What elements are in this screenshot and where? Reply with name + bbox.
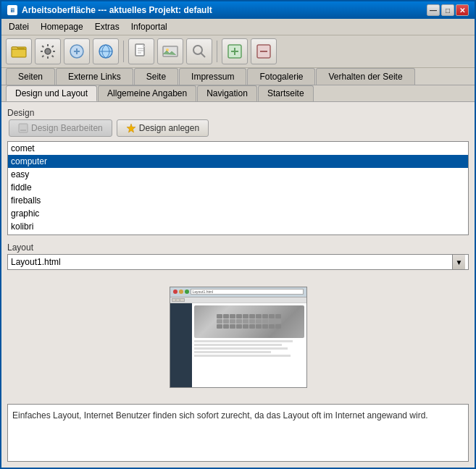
toolbar-sep2 bbox=[217, 41, 217, 62]
design-edit-label: Design Bearbeiten bbox=[31, 123, 103, 133]
tab-seite[interactable]: Seite bbox=[134, 68, 178, 85]
minus-btn[interactable] bbox=[251, 38, 277, 64]
title-bar: 🖥 Arbeitsoberfläche --- aktuelles Projek… bbox=[1, 1, 475, 19]
layout-label: Layout bbox=[7, 242, 469, 253]
tab-fotogalerie[interactable]: Fotogalerie bbox=[247, 68, 315, 85]
design-new-label: Design anlegen bbox=[139, 123, 199, 133]
minimize-button[interactable]: — bbox=[427, 4, 440, 16]
layout-dropdown[interactable]: Layout1.html ▼ bbox=[7, 254, 469, 270]
toolbar-sep1 bbox=[123, 41, 124, 62]
open-folder-btn[interactable] bbox=[6, 38, 32, 64]
layout-section: Layout Layout1.html ▼ bbox=[7, 242, 469, 270]
content-area: Design Design Bearbeiten Design anlegen bbox=[1, 101, 475, 468]
maximize-button[interactable]: □ bbox=[441, 4, 454, 16]
tab-design-layout[interactable]: Design und Layout bbox=[6, 85, 97, 101]
search-btn[interactable] bbox=[186, 38, 212, 64]
description-text: Einfaches Layout, Internet Benutzer find… bbox=[12, 410, 428, 421]
list-item-comet[interactable]: comet bbox=[8, 142, 468, 155]
tab-impressum[interactable]: Impressum bbox=[179, 68, 246, 85]
layout-selected: Layout1.html bbox=[11, 257, 452, 267]
globe-btn[interactable] bbox=[93, 38, 119, 64]
list-item-graphic[interactable]: graphic bbox=[8, 207, 468, 220]
svg-rect-17 bbox=[19, 124, 28, 132]
tabs-row1: Seiten Externe Links Seite Impressum Fot… bbox=[1, 68, 475, 85]
tab-navigation[interactable]: Navigation bbox=[197, 85, 257, 101]
layout-dropdown-arrow[interactable]: ▼ bbox=[452, 255, 465, 269]
menubar: Datei Homepage Extras Infoportal bbox=[1, 19, 475, 35]
list-item-linux[interactable]: linux bbox=[8, 233, 468, 235]
design-edit-button[interactable]: Design Bearbeiten bbox=[9, 119, 112, 137]
window-title: Arbeitsoberfläche --- aktuelles Projekt:… bbox=[22, 5, 212, 15]
window-icon: 🖥 bbox=[7, 5, 17, 15]
svg-point-1 bbox=[45, 48, 51, 54]
settings-btn[interactable] bbox=[35, 38, 61, 64]
tab-allgemeine-angaben[interactable]: Allgemeine Angaben bbox=[98, 85, 196, 101]
image-btn[interactable] bbox=[157, 38, 183, 64]
title-bar-buttons: — □ ✕ bbox=[427, 4, 469, 16]
tools-btn[interactable] bbox=[64, 38, 90, 64]
list-item-easy[interactable]: easy bbox=[8, 168, 468, 181]
title-bar-left: 🖥 Arbeitsoberfläche --- aktuelles Projek… bbox=[7, 5, 212, 15]
toolbar bbox=[1, 35, 475, 68]
tab-verhalten[interactable]: Verhalten der Seite bbox=[316, 68, 414, 85]
tab-startseite[interactable]: Startseite bbox=[258, 85, 314, 101]
tab-seiten[interactable]: Seiten bbox=[6, 68, 55, 85]
svg-line-11 bbox=[201, 54, 206, 58]
menu-extras[interactable]: Extras bbox=[91, 20, 124, 33]
add-btn[interactable] bbox=[222, 38, 248, 64]
design-section: Design Design Bearbeiten Design anlegen bbox=[7, 108, 469, 235]
main-window: 🖥 Arbeitsoberfläche --- aktuelles Projek… bbox=[0, 0, 476, 469]
close-button[interactable]: ✕ bbox=[456, 4, 469, 16]
tabs-row2: Design und Layout Allgemeine Angaben Nav… bbox=[1, 85, 475, 101]
description-box: Einfaches Layout, Internet Benutzer find… bbox=[7, 404, 469, 462]
preview-frame: Layout1.html ← → bbox=[170, 287, 307, 388]
preview-area: Layout1.html ← → bbox=[7, 276, 469, 398]
menu-homepage[interactable]: Homepage bbox=[36, 20, 88, 33]
list-item-computer[interactable]: computer bbox=[8, 155, 468, 168]
design-new-button[interactable]: Design anlegen bbox=[117, 119, 209, 137]
svg-marker-19 bbox=[127, 124, 135, 132]
menu-datei[interactable]: Datei bbox=[4, 20, 33, 33]
menu-infoportal[interactable]: Infoportal bbox=[127, 20, 172, 33]
design-label: Design bbox=[7, 108, 469, 118]
star-icon bbox=[126, 123, 136, 133]
design-listbox[interactable]: comet computer easy fiddle fireballs gra… bbox=[7, 141, 469, 235]
edit-icon bbox=[18, 123, 28, 133]
svg-point-10 bbox=[193, 46, 202, 54]
list-item-kolibri[interactable]: kolibri bbox=[8, 220, 468, 233]
list-item-fiddle[interactable]: fiddle bbox=[8, 181, 468, 194]
new-page-btn[interactable] bbox=[128, 38, 154, 64]
tab-externe-links[interactable]: Externe Links bbox=[56, 68, 133, 85]
design-buttons: Design Bearbeiten Design anlegen bbox=[7, 119, 469, 137]
list-item-fireballs[interactable]: fireballs bbox=[8, 194, 468, 207]
